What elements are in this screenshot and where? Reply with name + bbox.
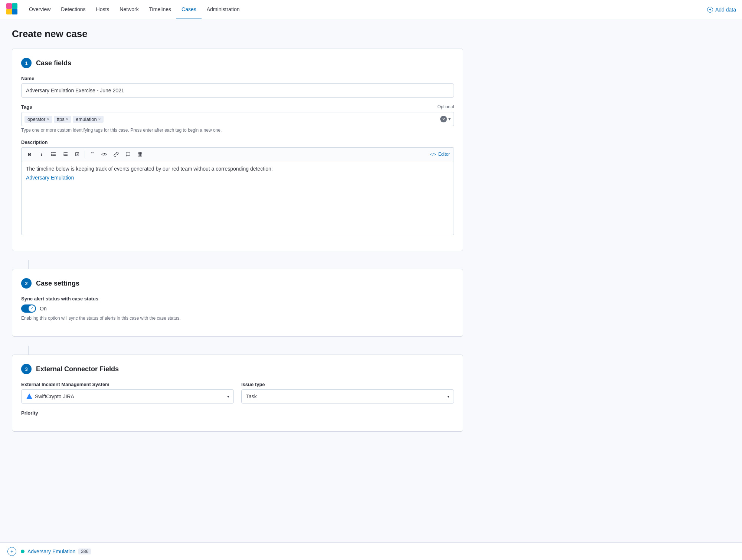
toolbar-comment[interactable] xyxy=(124,150,133,159)
description-text: The timeline below is keeping track of e… xyxy=(26,166,449,172)
tag-close-emulation[interactable]: × xyxy=(98,117,101,121)
svg-rect-5 xyxy=(52,154,56,155)
jira-icon xyxy=(26,393,33,400)
section-external-connector: 3 External Connector Fields External Inc… xyxy=(12,355,463,432)
tags-field: Tags Optional operator × ttps × emulatio… xyxy=(21,104,454,133)
add-data-button[interactable]: + Add data xyxy=(707,7,736,13)
tags-label: Tags Optional xyxy=(21,104,454,110)
section-case-settings: 2 Case settings Sync alert status with c… xyxy=(12,269,463,337)
tag-close-ttps[interactable]: × xyxy=(66,117,68,121)
priority-field: Priority xyxy=(21,410,454,416)
toolbar-italic[interactable]: I xyxy=(37,150,46,159)
nav-item-network[interactable]: Network xyxy=(114,0,144,19)
description-field: Description B I 1.2.3. ☑ " </> xyxy=(21,139,454,235)
app-logo[interactable] xyxy=(6,3,24,16)
description-label: Description xyxy=(21,139,454,145)
name-field: Name xyxy=(21,76,454,98)
section-title-3: External Connector Fields xyxy=(36,365,119,373)
tag-chip-ttps: ttps × xyxy=(54,116,71,123)
page-content: Create new case 1 Case fields Name Tags … xyxy=(0,19,475,449)
nav-item-detections[interactable]: Detections xyxy=(56,0,91,19)
toolbar-quote[interactable]: " xyxy=(88,150,97,159)
nav-item-overview[interactable]: Overview xyxy=(24,0,56,19)
top-navigation: Overview Detections Hosts Network Timeli… xyxy=(0,0,742,19)
plus-circle-icon: + xyxy=(707,7,713,13)
svg-point-8 xyxy=(51,154,52,155)
sync-label: Sync alert status with case status xyxy=(21,296,454,302)
tags-clear-button[interactable]: ✕ xyxy=(440,116,447,122)
toggle-knob: ✓ xyxy=(29,305,35,312)
description-link[interactable]: Adversary Emulation xyxy=(26,175,74,181)
toolbar-code[interactable]: </> xyxy=(100,150,109,159)
step-connector-2-3 xyxy=(28,346,29,355)
toolbar-table[interactable] xyxy=(135,150,144,159)
toolbar-list-unordered[interactable] xyxy=(49,150,58,159)
toggle-row: ✓ On xyxy=(21,304,454,313)
toolbar-divider-1 xyxy=(85,151,85,158)
tag-chip-operator: operator × xyxy=(24,116,52,123)
toolbar-bold[interactable]: B xyxy=(25,150,34,159)
tags-input-container[interactable]: operator × ttps × emulation × ✕ ▾ xyxy=(21,112,454,126)
section-header-1: 1 Case fields xyxy=(21,58,454,68)
sync-toggle[interactable]: ✓ xyxy=(21,304,36,313)
step-connector-1-2 xyxy=(28,260,29,269)
section-header-3: 3 External Connector Fields xyxy=(21,364,454,374)
toolbar-link[interactable] xyxy=(112,150,121,159)
connector-fields-grid: External Incident Management System Swif… xyxy=(21,382,454,410)
issue-type-label: Issue type xyxy=(241,382,454,387)
svg-rect-16 xyxy=(138,152,142,157)
nav-items: Overview Detections Hosts Network Timeli… xyxy=(24,0,707,19)
svg-rect-3 xyxy=(12,9,17,14)
svg-rect-6 xyxy=(52,155,56,156)
nav-item-timelines[interactable]: Timelines xyxy=(144,0,176,19)
issue-type-select-wrapper: Task ▾ xyxy=(241,389,454,403)
step-badge-3: 3 xyxy=(21,364,32,374)
tags-hint: Type one or more custom identifying tags… xyxy=(21,128,454,133)
tag-close-operator[interactable]: × xyxy=(47,117,49,121)
toggle-state-label: On xyxy=(40,306,47,312)
step-badge-1: 1 xyxy=(21,58,32,68)
priority-label: Priority xyxy=(21,410,454,416)
name-label: Name xyxy=(21,76,454,81)
sync-setting-field: Sync alert status with case status ✓ On … xyxy=(21,296,454,321)
svg-rect-10 xyxy=(64,152,68,153)
svg-text:3.: 3. xyxy=(63,155,64,157)
tags-chevron-icon[interactable]: ▾ xyxy=(448,116,451,122)
system-label: External Incident Management System xyxy=(21,382,234,387)
nav-item-hosts[interactable]: Hosts xyxy=(91,0,115,19)
section-case-fields: 1 Case fields Name Tags Optional operato… xyxy=(12,49,463,251)
svg-marker-21 xyxy=(26,393,32,399)
svg-rect-12 xyxy=(64,155,68,156)
section-title-1: Case fields xyxy=(36,59,71,67)
nav-item-cases[interactable]: Cases xyxy=(176,0,202,19)
editor-toolbar: B I 1.2.3. ☑ " </> xyxy=(21,147,454,161)
description-editor[interactable]: The timeline below is keeping track of e… xyxy=(21,161,454,235)
step-badge-2: 2 xyxy=(21,278,32,289)
section-title-2: Case settings xyxy=(36,280,79,287)
nav-item-administration[interactable]: Administration xyxy=(202,0,245,19)
system-field: External Incident Management System Swif… xyxy=(21,382,234,403)
svg-rect-1 xyxy=(12,3,17,9)
tag-chip-emulation: emulation × xyxy=(73,116,104,123)
section-header-2: 2 Case settings xyxy=(21,278,454,289)
issue-type-field: Issue type Task ▾ xyxy=(241,382,454,403)
svg-point-7 xyxy=(51,152,52,153)
editor-icon: </> xyxy=(430,152,436,157)
system-select-wrapper: SwiftCrypto JIRA ▾ xyxy=(21,389,234,403)
toolbar-list-ordered[interactable]: 1.2.3. xyxy=(61,150,70,159)
toggle-hint: Enabling this option will sync the statu… xyxy=(21,316,454,321)
tags-controls: ✕ ▾ xyxy=(440,116,451,122)
toolbar-editor-toggle[interactable]: </> Editor xyxy=(430,152,450,157)
issue-type-select[interactable]: Task xyxy=(241,389,454,403)
name-input[interactable] xyxy=(21,83,454,98)
svg-point-9 xyxy=(51,155,52,156)
page-title: Create new case xyxy=(12,28,463,40)
add-data-label: Add data xyxy=(715,7,736,13)
system-select[interactable]: SwiftCrypto JIRA xyxy=(21,389,234,403)
svg-rect-4 xyxy=(52,152,56,153)
toolbar-task-list[interactable]: ☑ xyxy=(73,150,82,159)
svg-rect-2 xyxy=(6,9,12,14)
svg-rect-11 xyxy=(64,154,68,155)
toggle-check-icon: ✓ xyxy=(30,307,33,310)
editor-label: Editor xyxy=(438,152,450,157)
